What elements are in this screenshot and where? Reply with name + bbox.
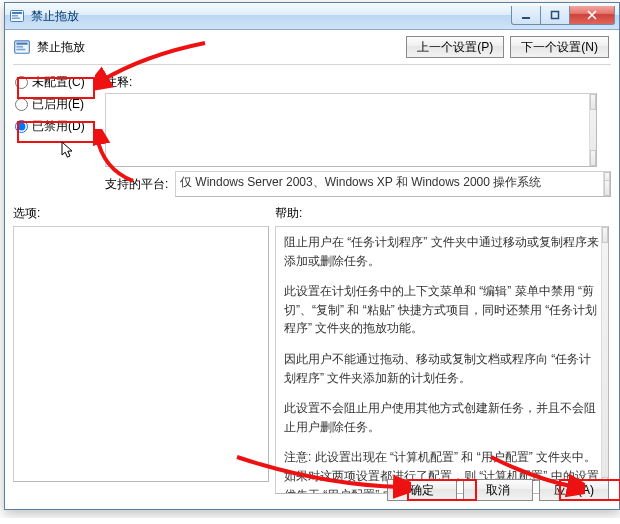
cancel-button[interactable]: 取消 <box>463 479 533 501</box>
maximize-button[interactable] <box>540 6 570 25</box>
help-box[interactable]: 阻止用户在 “任务计划程序” 文件夹中通过移动或复制程序来添加或删除任务。此设置… <box>275 226 609 494</box>
policy-icon <box>9 8 25 24</box>
window-title: 禁止拖放 <box>31 8 511 25</box>
apply-button[interactable]: 应用(A) <box>539 479 609 501</box>
dialog-window: 禁止拖放 禁止拖放 上 <box>4 2 620 510</box>
svg-rect-1 <box>12 12 22 14</box>
scrollbar[interactable] <box>601 227 608 493</box>
svg-rect-7 <box>16 43 27 45</box>
next-setting-button[interactable]: 下一个设置(N) <box>510 36 609 58</box>
policy-icon <box>13 38 31 56</box>
options-label: 选项: <box>13 205 267 222</box>
scrollbar[interactable] <box>603 172 610 196</box>
radio-not-configured-input[interactable] <box>15 76 28 89</box>
radio-enabled[interactable]: 已启用(E) <box>13 93 105 115</box>
dialog-content: 禁止拖放 上一个设置(P) 下一个设置(N) 未配置(C) 已启用(E) <box>5 30 619 509</box>
comment-field[interactable] <box>105 93 597 167</box>
platform-field[interactable]: 仅 Windows Server 2003、Windows XP 和 Windo… <box>175 171 611 197</box>
help-paragraph: 阻止用户在 “任务计划程序” 文件夹中通过移动或复制程序来添加或删除任务。 <box>284 233 600 270</box>
svg-rect-5 <box>552 12 559 19</box>
platform-text: 仅 Windows Server 2003、Windows XP 和 Windo… <box>180 175 541 189</box>
help-label: 帮助: <box>275 205 611 222</box>
help-paragraph: 此设置在计划任务中的上下文菜单和 “编辑” 菜单中禁用 “剪切”、“复制” 和 … <box>284 282 600 338</box>
prev-setting-button[interactable]: 上一个设置(P) <box>406 36 504 58</box>
header-title: 禁止拖放 <box>37 39 406 56</box>
radio-enabled-label: 已启用(E) <box>32 96 84 113</box>
mid-columns: 选项: 帮助: 阻止用户在 “任务计划程序” 文件夹中通过移动或复制程序来添加或… <box>5 197 619 494</box>
close-button[interactable] <box>569 6 615 25</box>
window-buttons <box>511 6 615 25</box>
radio-not-configured[interactable]: 未配置(C) <box>13 71 105 93</box>
svg-rect-8 <box>16 46 23 48</box>
separator <box>13 64 611 65</box>
svg-rect-2 <box>12 15 18 17</box>
help-paragraph: 因此用户不能通过拖动、移动或复制文档或程序向 “任务计划程序” 文件夹添加新的计… <box>284 350 600 387</box>
radio-disabled-input[interactable] <box>15 120 28 133</box>
radio-disabled[interactable]: 已禁用(D) <box>13 115 105 137</box>
dialog-buttons: 确定 取消 应用(A) <box>387 479 609 501</box>
svg-rect-4 <box>522 17 530 19</box>
config-area: 未配置(C) 已启用(E) 已禁用(D) 注释: <box>5 71 619 197</box>
comment-label: 注释: <box>105 74 132 91</box>
minimize-button[interactable] <box>511 6 541 25</box>
options-box[interactable] <box>13 226 269 482</box>
radio-enabled-input[interactable] <box>15 98 28 111</box>
svg-rect-9 <box>16 49 25 51</box>
svg-rect-3 <box>12 18 20 20</box>
scrollbar[interactable] <box>589 94 596 166</box>
header-row: 禁止拖放 上一个设置(P) 下一个设置(N) <box>5 30 619 62</box>
help-paragraph: 此设置不会阻止用户使用其他方式创建新任务，并且不会阻止用户删除任务。 <box>284 399 600 436</box>
platform-label: 支持的平台: <box>105 176 175 193</box>
ok-button[interactable]: 确定 <box>387 479 457 501</box>
titlebar[interactable]: 禁止拖放 <box>5 3 619 30</box>
radio-disabled-label: 已禁用(D) <box>32 118 85 135</box>
radio-not-configured-label: 未配置(C) <box>32 74 85 91</box>
state-radios: 未配置(C) 已启用(E) 已禁用(D) <box>13 71 105 137</box>
